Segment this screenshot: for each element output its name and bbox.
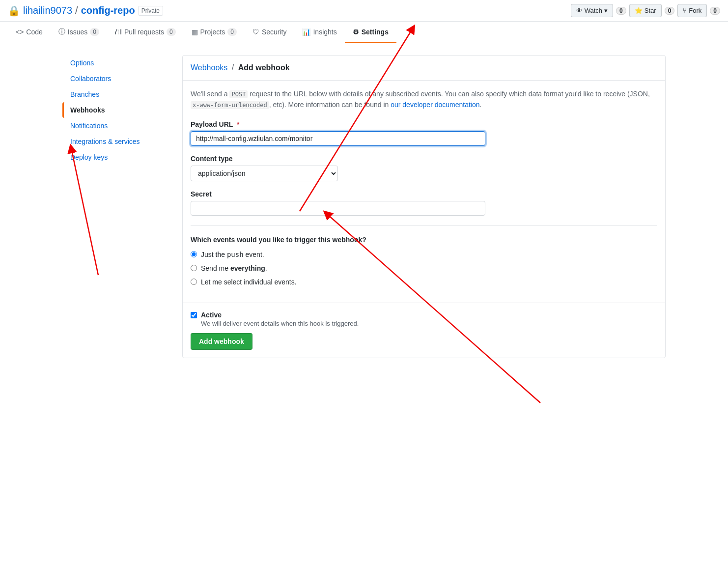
radio-individual-label: Let me select individual events. bbox=[201, 278, 297, 286]
sidebar-webhooks-label: Webhooks bbox=[70, 106, 105, 114]
star-button[interactable]: ⭐ Star bbox=[629, 4, 662, 17]
breadcrumb-current: Add webhook bbox=[238, 63, 290, 72]
radio-everything[interactable]: Send me everything. bbox=[191, 264, 657, 272]
page-layout: Options Collaborators Branches Webhooks … bbox=[55, 55, 673, 358]
radio-everything-label: Send me everything. bbox=[201, 264, 267, 272]
sidebar-integrations-label: Integrations & services bbox=[70, 138, 140, 145]
sidebar-item-deploy-keys[interactable]: Deploy keys bbox=[62, 149, 170, 165]
separator: / bbox=[75, 5, 78, 16]
radio-push-input[interactable] bbox=[191, 251, 197, 257]
form-code: x-www-form-urlencoded bbox=[191, 101, 269, 109]
tab-issues-label: Issues bbox=[68, 28, 87, 36]
main-content: Webhooks / Add webhook We'll send a POST… bbox=[182, 55, 666, 358]
settings-icon: ⚙ bbox=[353, 28, 359, 36]
tab-projects-label: Projects bbox=[200, 28, 225, 36]
content-type-label: Content type bbox=[191, 155, 657, 163]
projects-icon: ▦ bbox=[192, 28, 198, 36]
pr-icon: ⛙ bbox=[115, 28, 122, 36]
tab-settings[interactable]: ⚙ Settings bbox=[345, 22, 396, 43]
content-type-select[interactable]: application/json application/x-www-form-… bbox=[191, 166, 338, 181]
radio-push[interactable]: Just the push event. bbox=[191, 251, 657, 258]
fork-count: 0 bbox=[710, 7, 720, 15]
radio-push-label: Just the push event. bbox=[201, 251, 264, 258]
sidebar-item-collaborators[interactable]: Collaborators bbox=[62, 71, 170, 86]
header-actions: 👁 Watch ▾ 0 ⭐ Star 0 ⑂ Fork 0 bbox=[571, 4, 720, 17]
divider bbox=[191, 225, 657, 226]
radio-individual-input[interactable] bbox=[191, 279, 197, 285]
sidebar-item-webhooks[interactable]: Webhooks bbox=[62, 102, 170, 118]
issues-badge: 0 bbox=[90, 28, 99, 36]
active-section: Active We will deliver event details whe… bbox=[183, 303, 665, 358]
sidebar-item-options[interactable]: Options bbox=[62, 55, 170, 71]
tab-pr-label: Pull requests bbox=[124, 28, 164, 36]
repo-nav: <> Code ⓘ Issues 0 ⛙ Pull requests 0 ▦ P… bbox=[0, 22, 728, 43]
watch-button[interactable]: 👁 Watch ▾ bbox=[571, 4, 613, 17]
tab-security-label: Security bbox=[262, 28, 287, 36]
sidebar-branches-label: Branches bbox=[70, 90, 99, 98]
tab-settings-label: Settings bbox=[362, 28, 389, 36]
sidebar-item-notifications[interactable]: Notifications bbox=[62, 118, 170, 134]
star-label: Star bbox=[644, 7, 656, 14]
fork-icon: ⑂ bbox=[683, 7, 687, 14]
payload-url-input[interactable] bbox=[191, 131, 485, 146]
sidebar-collaborators-label: Collaborators bbox=[70, 75, 111, 83]
repo-title: 🔒 lihailin9073 / config-repo Private bbox=[8, 5, 163, 17]
radio-group: Just the push event. Send me everything.… bbox=[191, 251, 657, 286]
content-header: Webhooks / Add webhook bbox=[183, 56, 665, 81]
tab-insights[interactable]: 📊 Insights bbox=[294, 22, 344, 43]
events-group: Which events would you like to trigger t… bbox=[191, 236, 657, 286]
active-desc: We will deliver event details when this … bbox=[201, 320, 359, 327]
add-webhook-button[interactable]: Add webhook bbox=[191, 333, 252, 350]
tab-security[interactable]: 🛡 Security bbox=[245, 22, 295, 43]
secret-label: Secret bbox=[191, 190, 657, 198]
description-text: We'll send a POST request to the URL bel… bbox=[191, 88, 657, 111]
watch-dropdown-icon: ▾ bbox=[604, 7, 608, 14]
sidebar-notifications-label: Notifications bbox=[70, 122, 108, 130]
visibility-badge: Private bbox=[138, 6, 163, 16]
repo-header: 🔒 lihailin9073 / config-repo Private 👁 W… bbox=[0, 0, 728, 22]
tab-pull-requests[interactable]: ⛙ Pull requests 0 bbox=[107, 22, 184, 43]
star-icon: ⭐ bbox=[635, 7, 643, 14]
sidebar: Options Collaborators Branches Webhooks … bbox=[62, 55, 170, 358]
watch-count: 0 bbox=[616, 7, 626, 15]
fork-label: Fork bbox=[689, 7, 701, 14]
security-icon: 🛡 bbox=[252, 28, 259, 36]
watch-label: Watch bbox=[585, 7, 602, 14]
tab-issues[interactable]: ⓘ Issues 0 bbox=[51, 22, 107, 43]
lock-icon: 🔒 bbox=[8, 5, 20, 17]
active-label: Active bbox=[201, 311, 359, 319]
events-title: Which events would you like to trigger t… bbox=[191, 236, 657, 244]
fork-button[interactable]: ⑂ Fork bbox=[677, 4, 707, 17]
tab-code-label: Code bbox=[26, 28, 42, 36]
sidebar-item-integrations[interactable]: Integrations & services bbox=[62, 134, 170, 149]
radio-individual[interactable]: Let me select individual events. bbox=[191, 278, 657, 286]
breadcrumb-webhooks-link[interactable]: Webhooks bbox=[191, 63, 227, 72]
payload-url-group: Payload URL * bbox=[191, 120, 657, 146]
secret-input[interactable] bbox=[191, 201, 485, 216]
tab-code[interactable]: <> Code bbox=[8, 22, 51, 43]
repo-owner-link[interactable]: lihailin9073 bbox=[23, 5, 72, 16]
sidebar-item-branches[interactable]: Branches bbox=[62, 86, 170, 102]
content-type-group: Content type application/json applicatio… bbox=[191, 155, 657, 181]
required-marker: * bbox=[237, 120, 239, 128]
developer-docs-link[interactable]: our developer documentation bbox=[391, 101, 479, 109]
projects-badge: 0 bbox=[227, 28, 237, 36]
sidebar-deploy-keys-label: Deploy keys bbox=[70, 153, 108, 161]
code-icon: <> bbox=[16, 28, 24, 36]
post-code: POST bbox=[229, 90, 248, 98]
breadcrumb-separator: / bbox=[232, 63, 234, 72]
sidebar-options-label: Options bbox=[70, 59, 94, 67]
pr-badge: 0 bbox=[167, 28, 176, 36]
eye-icon: 👁 bbox=[576, 7, 583, 14]
repo-name-link[interactable]: config-repo bbox=[81, 5, 135, 16]
radio-everything-input[interactable] bbox=[191, 265, 197, 271]
active-checkbox-item: Active We will deliver event details whe… bbox=[191, 311, 657, 327]
tab-insights-label: Insights bbox=[313, 28, 336, 36]
issues-icon: ⓘ bbox=[58, 28, 65, 36]
active-info: Active We will deliver event details whe… bbox=[201, 311, 359, 327]
content-body: We'll send a POST request to the URL bel… bbox=[183, 81, 665, 303]
payload-url-label: Payload URL * bbox=[191, 120, 657, 128]
active-checkbox[interactable] bbox=[191, 312, 197, 318]
star-count: 0 bbox=[665, 7, 675, 15]
tab-projects[interactable]: ▦ Projects 0 bbox=[184, 22, 245, 43]
